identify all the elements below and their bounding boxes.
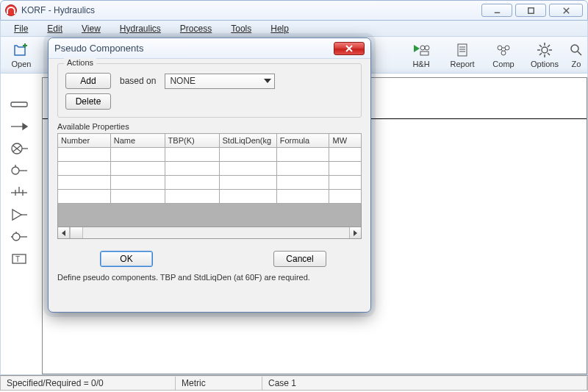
window-titlebar: KORF - Hydraulics <box>0 0 588 21</box>
dialog-titlebar: Pseudo Components <box>49 38 370 59</box>
col-mw[interactable]: MW <box>329 134 362 148</box>
table-row[interactable] <box>58 148 362 162</box>
toolbar-hh[interactable]: H&H <box>401 38 442 73</box>
palette-text-icon[interactable]: T <box>4 250 35 268</box>
toolbar-options-label: Options <box>531 60 559 68</box>
palette-pipe-icon[interactable] <box>4 96 35 113</box>
toolbar-open-label: Open <box>12 60 32 68</box>
maximize-button[interactable] <box>515 4 546 17</box>
svg-line-28 <box>578 51 581 55</box>
open-icon <box>12 42 31 58</box>
status-case: Case 1 <box>262 377 587 390</box>
svg-marker-43 <box>12 210 21 220</box>
menu-help[interactable]: Help <box>262 22 298 35</box>
menu-tools[interactable]: Tools <box>222 22 260 35</box>
zoom-icon <box>567 42 586 58</box>
window-controls <box>481 4 583 17</box>
status-units: Metric <box>176 377 262 390</box>
table-row[interactable] <box>58 162 362 176</box>
palette-triangle-icon[interactable] <box>4 206 35 224</box>
svg-point-45 <box>12 233 20 240</box>
svg-rect-8 <box>458 44 467 56</box>
menubar: File Edit View Hydraulics Process Tools … <box>0 21 588 37</box>
add-button[interactable]: Add <box>65 73 111 89</box>
gear-icon <box>535 42 554 58</box>
col-stdliq[interactable]: StdLiqDen(kg <box>219 134 276 148</box>
svg-point-18 <box>542 47 548 53</box>
dialog-close-button[interactable] <box>334 42 365 55</box>
based-on-label: based on <box>120 76 156 86</box>
chevron-down-icon <box>264 79 271 83</box>
actions-group: Actions Add based on NONE Delete <box>57 63 362 118</box>
delete-button[interactable]: Delete <box>65 93 111 110</box>
toolbar-comp-label: Comp <box>492 60 514 68</box>
minimize-button[interactable] <box>481 4 512 17</box>
menu-file[interactable]: File <box>5 22 37 35</box>
svg-point-36 <box>12 167 19 174</box>
palette-arrow-icon[interactable] <box>4 118 35 135</box>
toolbar-report-label: Report <box>450 60 474 68</box>
toolbar-zoom[interactable]: Zo <box>565 38 587 73</box>
toolbar-report[interactable]: Report <box>442 38 483 73</box>
toolbar-options[interactable]: Options <box>524 38 565 73</box>
svg-rect-1 <box>528 7 533 13</box>
col-formula[interactable]: Formula <box>276 134 329 148</box>
based-on-value: NONE <box>170 76 196 86</box>
available-properties: Available Properties Number Name TBP(K) … <box>57 122 362 242</box>
svg-marker-31 <box>23 124 27 129</box>
svg-point-27 <box>571 45 578 52</box>
cancel-button[interactable]: Cancel <box>273 251 326 267</box>
svg-point-5 <box>420 46 425 50</box>
status-spec: Specified/Required = 0/0 <box>1 377 176 390</box>
menu-process[interactable]: Process <box>171 22 220 35</box>
run-icon <box>412 42 431 58</box>
palette-tee-icon[interactable] <box>4 184 35 202</box>
svg-marker-4 <box>414 45 420 52</box>
svg-line-24 <box>548 53 550 55</box>
pseudo-components-dialog: Pseudo Components Actions Add based on N… <box>48 38 371 313</box>
toolbar-zoom-label: Zo <box>572 60 581 68</box>
svg-line-25 <box>548 45 550 47</box>
table-row[interactable] <box>58 176 362 190</box>
palette-junction-icon[interactable] <box>4 228 35 246</box>
menu-view[interactable]: View <box>73 22 110 35</box>
svg-line-23 <box>539 45 542 47</box>
scroll-right-button[interactable] <box>349 227 361 238</box>
window-title: KORF - Hydraulics <box>21 5 95 15</box>
properties-grid[interactable]: Number Name TBP(K) StdLiqDen(kg Formula … <box>57 133 362 242</box>
palette-valve-icon[interactable] <box>4 162 35 179</box>
col-name[interactable]: Name <box>110 134 165 148</box>
dialog-title: Pseudo Components <box>54 43 143 54</box>
menu-edit[interactable]: Edit <box>38 22 71 35</box>
dialog-button-row: OK Cancel <box>57 251 362 267</box>
col-number[interactable]: Number <box>58 134 111 148</box>
app-icon <box>5 4 17 16</box>
svg-point-6 <box>425 46 429 50</box>
horizontal-scrollbar[interactable] <box>57 227 362 239</box>
report-icon <box>453 42 472 58</box>
table-row[interactable] <box>58 190 362 204</box>
svg-rect-7 <box>420 51 429 55</box>
dialog-hint: Define pseudo components. TBP and StdLiq… <box>57 273 362 282</box>
col-tbp[interactable]: TBP(K) <box>165 134 219 148</box>
available-label: Available Properties <box>57 122 362 131</box>
toolbar-open[interactable]: Open <box>1 38 42 73</box>
actions-legend: Actions <box>64 58 96 67</box>
comp-icon <box>494 42 513 58</box>
toolbar-hh-label: H&H <box>412 60 429 68</box>
grid-footer <box>57 204 362 227</box>
ok-button[interactable]: OK <box>100 251 153 267</box>
palette-pump-icon[interactable] <box>4 140 35 157</box>
properties-table[interactable]: Number Name TBP(K) StdLiqDen(kg Formula … <box>57 133 362 204</box>
toolbar-comp[interactable]: Comp <box>483 38 524 73</box>
scroll-thumb[interactable] <box>70 227 83 238</box>
svg-point-14 <box>501 51 506 55</box>
scroll-left-button[interactable] <box>58 227 70 238</box>
tool-palette: T <box>4 96 35 268</box>
based-on-combo[interactable]: NONE <box>165 74 275 89</box>
statusbar: Specified/Required = 0/0 Metric Case 1 <box>0 375 588 391</box>
svg-line-26 <box>539 53 542 55</box>
close-button[interactable] <box>549 4 583 17</box>
menu-hydraulics[interactable]: Hydraulics <box>111 22 170 35</box>
svg-rect-29 <box>11 102 27 107</box>
